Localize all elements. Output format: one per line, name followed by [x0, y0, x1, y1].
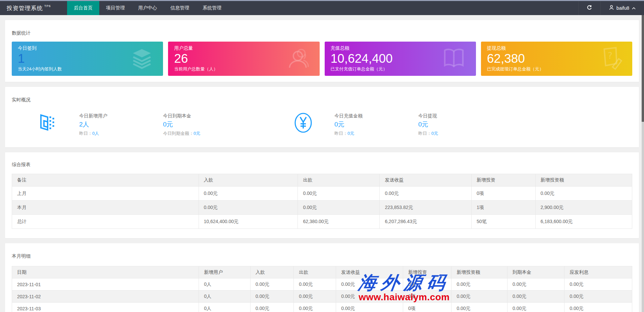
app-title: 投资管理系统 [7, 4, 43, 12]
table-cell: 0人 [199, 291, 251, 303]
table-row: 本月0.00元0.00元223,853.82元1项2,900.00元 [12, 201, 632, 215]
table-cell: 0.00元 [250, 278, 294, 291]
table-row: 上月0.00元0.00元0.00元0项0.00元 [12, 187, 632, 201]
table-cell: 2023-11-03 [12, 303, 199, 312]
nav-item-system[interactable]: 系统管理 [196, 1, 228, 15]
table-cell: 0.00元 [507, 303, 564, 312]
stats-panel: 数据统计 今日签到 1 当天24小时内签到人数 用户总量 26 当前用户总数量（… [5, 20, 639, 82]
card-today-signin: 今日签到 1 当天24小时内签到人数 [12, 42, 163, 76]
navbar: 投资管理系统TP6 后台首页 项目管理 用户中心 信息管理 系统管理 baifu… [0, 1, 644, 15]
stat-sub: 昨日：0元 [418, 130, 438, 137]
document-question-icon: ? [599, 46, 624, 72]
column-header: 出款 [298, 174, 380, 187]
table-cell: 0.00元 [294, 278, 336, 291]
column-header: 备注 [12, 174, 199, 187]
stat-value: 0元 [163, 120, 294, 129]
scrollbar-thumb[interactable] [642, 15, 644, 122]
stat-sub-value: 0人 [92, 131, 99, 136]
nav-item-users[interactable]: 用户中心 [131, 1, 164, 15]
users-icon [286, 46, 311, 72]
table-cell: 2023-11-02 [12, 291, 199, 303]
stat-sub: 昨日：0人 [79, 130, 163, 137]
table-cell: 0.00元 [565, 291, 632, 303]
nav-item-info[interactable]: 信息管理 [164, 1, 196, 15]
table-cell: 0人 [199, 303, 251, 312]
chevron-up-icon [632, 5, 636, 11]
table-cell: 0项 [403, 291, 451, 303]
card-total-users: 用户总量 26 当前用户总数量（人） [168, 42, 319, 76]
table-cell: 总计 [12, 215, 199, 229]
stat-sub-value: 0元 [431, 131, 438, 136]
table-cell: 0.00元 [250, 291, 294, 303]
panel-title: 综合报表 [12, 161, 632, 168]
username: baifu8 [616, 5, 629, 11]
table-cell: 0.00元 [507, 278, 564, 291]
app-logo: 投资管理系统TP6 [0, 1, 67, 15]
stat-sub: 今日到期金额：0元 [163, 130, 294, 137]
table-cell: 0.00元 [507, 291, 564, 303]
stat-recharge-today: 今日充值金额 0元 昨日：0元 [334, 112, 418, 137]
column-header: 入款 [199, 174, 298, 187]
scrollbar-track[interactable] [642, 15, 644, 312]
table-cell: 50笔 [472, 215, 535, 229]
nav-item-label: 信息管理 [170, 5, 189, 11]
table-cell: 0.00元 [298, 201, 380, 215]
table-cell: 62,380.00元 [298, 215, 380, 229]
nav-item-label: 后台首页 [74, 5, 93, 11]
column-header: 新增用户 [199, 266, 251, 278]
table-row: 2023-11-030人0.00元0.00元0.00元0项0.00元0.00元0… [12, 303, 632, 312]
table-cell: 0.00元 [451, 303, 507, 312]
user-menu[interactable]: baifu8 [600, 1, 644, 15]
table-cell: 0人 [199, 278, 251, 291]
table-cell: 0.00元 [199, 201, 298, 215]
stat-sub-value: 0元 [347, 131, 354, 136]
stat-new-users-today: 今日新增用户 2人 昨日：0人 [79, 112, 163, 137]
table-row: 总计10,624,400.00元62,380.00元6,207,286.43元5… [12, 215, 632, 229]
table-cell: 0.00元 [336, 291, 403, 303]
stat-sub-label: 昨日： [79, 131, 92, 136]
nav-item-label: 用户中心 [138, 5, 157, 11]
layers-icon [129, 46, 154, 72]
table-cell: 0.00元 [565, 303, 632, 312]
stat-value: 2人 [79, 120, 163, 129]
table-cell: 0.00元 [250, 303, 294, 312]
nav-item-projects[interactable]: 项目管理 [99, 1, 131, 15]
door-icon [37, 112, 56, 133]
stat-label: 今日充值金额 [334, 112, 418, 119]
table-cell: 0.00元 [336, 278, 403, 291]
column-header: 应发利息 [565, 266, 632, 278]
stat-sub-label: 昨日： [418, 131, 431, 136]
column-header: 到期本金 [507, 266, 564, 278]
stat-value: 0元 [334, 120, 418, 129]
report-panel: 综合报表 备注入款出款发送收益新增投资新增投资额上月0.00元0.00元0.00… [5, 152, 639, 238]
column-header: 入款 [250, 266, 294, 278]
stat-label: 今日新增用户 [79, 112, 163, 119]
column-header: 发送收益 [380, 174, 472, 187]
detail-table: 日期新增用户入款出款发送收益新增投资新增投资额到期本金应发利息2023-11-0… [12, 266, 632, 312]
yen-circle-icon [294, 112, 313, 135]
table-cell: 本月 [12, 201, 199, 215]
detail-panel: 本月明细 日期新增用户入款出款发送收益新增投资新增投资额到期本金应发利息2023… [5, 243, 639, 312]
stat-sub-value: 0元 [194, 131, 200, 136]
refresh-button[interactable] [578, 1, 600, 15]
table-cell: 0.00元 [336, 303, 403, 312]
nav-item-home[interactable]: 后台首页 [67, 1, 99, 15]
table-cell: 0.00元 [294, 303, 336, 312]
user-icon [609, 5, 614, 11]
column-header: 日期 [12, 266, 199, 278]
panel-title: 本月明细 [12, 253, 632, 259]
stat-label: 今日到期本金 [163, 112, 294, 119]
table-row: 2023-11-020人0.00元0.00元0.00元0项0.00元0.00元0… [12, 291, 632, 303]
app-version-badge: TP6 [44, 4, 51, 8]
table-cell: 223,853.82元 [380, 201, 472, 215]
table-cell: 6,183,600.00元 [535, 215, 632, 229]
card-total-recharge: 充值总额 10,624,400 已支付充值订单总金额（元） [325, 42, 476, 76]
table-cell: 0.00元 [451, 291, 507, 303]
panel-title: 数据统计 [12, 30, 632, 36]
nav-item-label: 项目管理 [106, 5, 125, 11]
column-header: 新增投资 [403, 266, 451, 278]
card-total-withdraw: 提现总额 62,380 已完成提现订单总金额（元） ? [481, 42, 632, 76]
table-cell: 0项 [403, 278, 451, 291]
navbar-right: baifu8 [578, 1, 644, 15]
realtime-row: 今日新增用户 2人 昨日：0人 今日到期本金 0元 今日到期金额：0元 今日充值… [12, 107, 632, 137]
